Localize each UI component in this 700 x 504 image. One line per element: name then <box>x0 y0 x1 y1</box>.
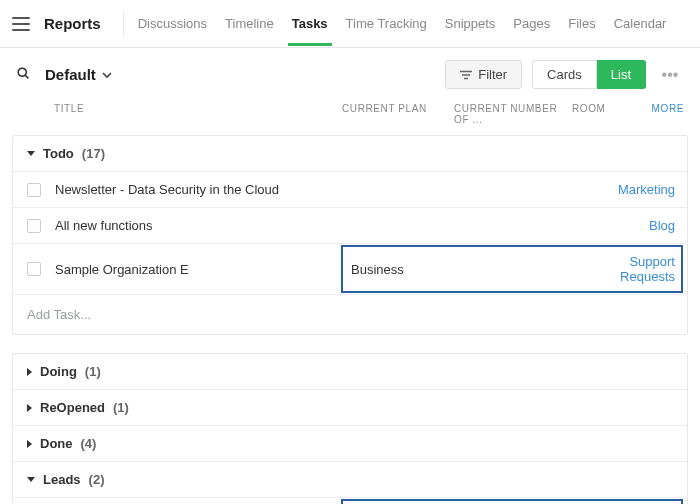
tab-discussions[interactable]: Discussions <box>138 2 207 45</box>
svg-line-1 <box>25 75 28 78</box>
view-name-label: Default <box>45 66 96 83</box>
divider <box>123 12 124 36</box>
search-icon[interactable] <box>16 66 31 84</box>
group-count: (1) <box>85 364 101 379</box>
table-row[interactable]: Newsletter - Data Security in the Cloud … <box>13 172 687 208</box>
group-header-doing[interactable]: Doing (1) <box>13 354 687 390</box>
group-label: Todo <box>43 146 74 161</box>
room-link[interactable]: Blog <box>649 218 675 233</box>
tab-files[interactable]: Files <box>568 2 595 45</box>
caret-down-icon <box>27 151 35 156</box>
group-count: (4) <box>81 436 97 451</box>
group-count: (2) <box>89 472 105 487</box>
group-panel-collapsed: Doing (1) ReOpened (1) Done (4) Leads (2… <box>12 353 688 504</box>
group-header-reopened[interactable]: ReOpened (1) <box>13 390 687 426</box>
svg-point-0 <box>18 68 26 76</box>
view-toggle: Cards List <box>532 60 646 89</box>
list-button[interactable]: List <box>597 60 646 89</box>
tab-tasks[interactable]: Tasks <box>292 2 328 45</box>
room-link[interactable]: Marketing <box>618 182 675 197</box>
toolbar: Default Filter Cards List ••• <box>0 48 700 97</box>
caret-right-icon <box>27 368 32 376</box>
tab-snippets[interactable]: Snippets <box>445 2 496 45</box>
more-menu-icon[interactable]: ••• <box>656 66 684 84</box>
col-number[interactable]: CURRENT NUMBER OF ... <box>454 103 572 125</box>
group-header-done[interactable]: Done (4) <box>13 426 687 462</box>
page-title: Reports <box>44 15 101 32</box>
view-dropdown[interactable]: Default <box>45 66 112 83</box>
row-checkbox[interactable] <box>27 262 41 276</box>
highlight-border <box>341 499 683 504</box>
task-title: All new functions <box>55 218 351 233</box>
filter-icon <box>460 70 472 80</box>
tab-calendar[interactable]: Calendar <box>614 2 667 45</box>
tab-time-tracking[interactable]: Time Tracking <box>346 2 427 45</box>
group-header-todo[interactable]: Todo (17) <box>13 136 687 172</box>
cards-button[interactable]: Cards <box>532 60 597 89</box>
topbar: Reports Discussions Timeline Tasks Time … <box>0 0 700 48</box>
group-header-leads[interactable]: Leads (2) <box>13 462 687 498</box>
col-room[interactable]: ROOM <box>572 103 644 125</box>
caret-right-icon <box>27 404 32 412</box>
filter-button[interactable]: Filter <box>445 60 522 89</box>
caret-down-icon <box>27 477 35 482</box>
tab-timeline[interactable]: Timeline <box>225 2 274 45</box>
task-plan: Business <box>351 262 463 277</box>
group-label: Done <box>40 436 73 451</box>
caret-right-icon <box>27 440 32 448</box>
table-row[interactable]: All new functions Blog <box>13 208 687 244</box>
group-panel-todo: Todo (17) Newsletter - Data Security in … <box>12 135 688 335</box>
col-plan[interactable]: CURRENT PLAN <box>342 103 454 125</box>
group-count: (1) <box>113 400 129 415</box>
table-row[interactable]: Sample Organization E Business Support R… <box>13 244 687 295</box>
col-title[interactable]: TITLE <box>54 103 342 125</box>
group-label: Doing <box>40 364 77 379</box>
group-label: Leads <box>43 472 81 487</box>
tab-pages[interactable]: Pages <box>513 2 550 45</box>
column-headers: TITLE CURRENT PLAN CURRENT NUMBER OF ...… <box>0 97 700 135</box>
table-row[interactable]: Sample Organization D Enterprise 100 🔥Fu… <box>13 498 687 504</box>
group-count: (17) <box>82 146 105 161</box>
nav-tabs: Discussions Timeline Tasks Time Tracking… <box>138 2 667 45</box>
chevron-down-icon <box>102 71 112 79</box>
menu-icon[interactable] <box>12 17 30 31</box>
task-title: Sample Organization E <box>55 262 351 277</box>
task-title: Newsletter - Data Security in the Cloud <box>55 182 351 197</box>
row-checkbox[interactable] <box>27 183 41 197</box>
row-checkbox[interactable] <box>27 219 41 233</box>
filter-label: Filter <box>478 67 507 82</box>
group-label: ReOpened <box>40 400 105 415</box>
columns-more-link[interactable]: MORE <box>644 103 684 125</box>
room-link[interactable]: Support Requests <box>620 254 675 284</box>
add-task-input[interactable]: Add Task... <box>13 295 687 334</box>
